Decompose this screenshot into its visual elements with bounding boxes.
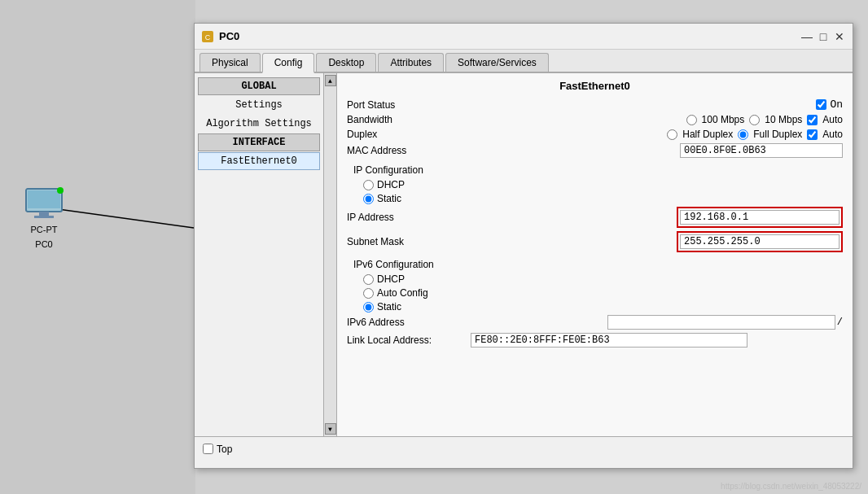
tabs-bar: Physical Config Desktop Attributes Softw…: [195, 50, 853, 73]
bandwidth-10-label: 10 Mbps: [765, 114, 802, 125]
link-local-row: Link Local Address:: [347, 333, 843, 348]
pc-monitor-icon: [24, 187, 64, 220]
top-label: Top: [217, 444, 232, 455]
right-panel: FastEthernet0 Port Status On Bandwidth 1…: [337, 73, 853, 436]
sidebar: GLOBAL Settings Algorithm Settings INTER…: [195, 73, 337, 436]
tab-physical[interactable]: Physical: [199, 53, 261, 72]
ipv6-static-option[interactable]: Static: [347, 301, 843, 313]
port-status-label: Port Status: [347, 99, 445, 111]
ip-config-section-label: IP Configuration: [347, 164, 843, 176]
ip-dhcp-radio[interactable]: [363, 180, 374, 190]
ip-address-row: IP Address: [347, 207, 843, 228]
mac-address-row: MAC Address: [347, 143, 843, 158]
ip-dhcp-option[interactable]: DHCP: [347, 179, 843, 190]
ipv6-dhcp-label: DHCP: [377, 273, 405, 285]
maximize-button[interactable]: □: [817, 30, 830, 43]
tab-config[interactable]: Config: [262, 53, 315, 73]
ipv6-static-radio[interactable]: [363, 302, 374, 313]
link-local-input[interactable]: [471, 333, 747, 348]
subnet-mask-row: Subnet Mask: [347, 231, 843, 252]
duplex-row: Duplex Half Duplex Full Duplex Auto: [347, 129, 843, 140]
main-window: C PC0 — □ ✕ Physical Config Desktop Attr…: [194, 23, 853, 469]
ip-address-input[interactable]: [680, 210, 840, 225]
bandwidth-auto-checkbox[interactable]: [807, 115, 818, 125]
ipv6-config-section-label: IPv6 Configuration: [347, 259, 843, 270]
ip-address-label: IP Address: [347, 212, 445, 223]
tab-software-services[interactable]: Software/Services: [445, 53, 549, 72]
scroll-down-button[interactable]: ▼: [325, 423, 336, 435]
bandwidth-auto-label: Auto: [822, 114, 843, 125]
pc-icon[interactable]: PC-PT PC0: [24, 187, 64, 249]
port-status-row: Port Status On: [347, 98, 843, 111]
duplex-full-label: Full Duplex: [753, 129, 802, 140]
title-buttons: — □ ✕: [800, 30, 846, 43]
svg-line-0: [46, 208, 194, 228]
subnet-mask-input[interactable]: [680, 234, 840, 249]
ipv6-address-row: IPv6 Address /: [347, 315, 843, 330]
port-status-on-label: On: [830, 98, 843, 111]
bandwidth-10-radio[interactable]: [749, 115, 760, 125]
duplex-half-radio[interactable]: [667, 129, 677, 140]
ipv6-suffix: /: [837, 317, 843, 328]
title-bar: C PC0 — □ ✕: [195, 24, 853, 50]
canvas-area: PC-PT PC0: [0, 0, 195, 494]
sidebar-item-global[interactable]: GLOBAL: [198, 77, 320, 95]
port-status-checkbox[interactable]: [816, 99, 826, 110]
pc-label-line1: PC-PT: [31, 225, 58, 234]
scroll-up-button[interactable]: ▲: [325, 75, 336, 86]
tab-attributes[interactable]: Attributes: [378, 53, 444, 72]
ip-dhcp-label: DHCP: [377, 179, 405, 190]
svg-text:C: C: [205, 33, 211, 42]
window-title: PC0: [219, 30, 239, 42]
sidebar-scrollbar[interactable]: ▲ ▼: [323, 73, 336, 436]
mac-address-label: MAC Address: [347, 145, 445, 156]
subnet-mask-label: Subnet Mask: [347, 236, 445, 247]
ipv6-auto-label: Auto Config: [377, 287, 428, 299]
svg-rect-3: [39, 212, 49, 216]
ipv6-address-input[interactable]: [607, 315, 835, 330]
top-checkbox[interactable]: [203, 444, 213, 454]
minimize-button[interactable]: —: [800, 30, 813, 43]
watermark: https://blog.csdn.net/weixin_48053222/: [721, 482, 861, 491]
sidebar-item-fastethernet[interactable]: FastEthernet0: [198, 152, 320, 170]
panel-title: FastEthernet0: [347, 80, 843, 92]
svg-point-5: [57, 187, 64, 194]
duplex-half-label: Half Duplex: [682, 129, 733, 140]
tab-desktop[interactable]: Desktop: [316, 53, 376, 72]
bandwidth-100-label: 100 Mbps: [702, 114, 745, 125]
main-content: GLOBAL Settings Algorithm Settings INTER…: [195, 73, 853, 436]
link-local-label: Link Local Address:: [347, 334, 461, 346]
duplex-full-radio[interactable]: [738, 129, 748, 140]
close-button[interactable]: ✕: [833, 30, 846, 43]
svg-rect-4: [34, 216, 54, 218]
ipv6-address-label: IPv6 Address: [347, 317, 445, 328]
bottom-bar: Top: [195, 436, 853, 461]
duplex-auto-checkbox[interactable]: [807, 129, 818, 140]
title-bar-left: C PC0: [201, 30, 239, 43]
ipv6-dhcp-option[interactable]: DHCP: [347, 273, 843, 285]
ipv6-dhcp-radio[interactable]: [363, 274, 374, 285]
sidebar-item-settings[interactable]: Settings: [198, 96, 320, 114]
ip-static-option[interactable]: Static: [347, 193, 843, 204]
top-checkbox-row: Top: [203, 444, 232, 455]
ipv6-auto-radio[interactable]: [363, 288, 374, 299]
ip-static-label: Static: [377, 193, 401, 204]
bandwidth-100-radio[interactable]: [686, 115, 697, 125]
duplex-auto-label: Auto: [822, 129, 843, 140]
pc-label-line2: PC0: [35, 239, 52, 249]
ipv6-auto-option[interactable]: Auto Config: [347, 287, 843, 299]
ip-static-radio[interactable]: [363, 194, 374, 204]
sidebar-item-interface[interactable]: INTERFACE: [198, 133, 320, 151]
mac-address-input[interactable]: [680, 143, 843, 158]
bandwidth-label: Bandwidth: [347, 114, 445, 125]
sidebar-item-algorithm[interactable]: Algorithm Settings: [198, 115, 320, 133]
ipv6-static-label: Static: [377, 301, 401, 313]
cisco-icon: C: [201, 30, 214, 43]
bandwidth-row: Bandwidth 100 Mbps 10 Mbps Auto: [347, 114, 843, 125]
svg-rect-2: [28, 190, 60, 208]
duplex-label: Duplex: [347, 129, 445, 140]
